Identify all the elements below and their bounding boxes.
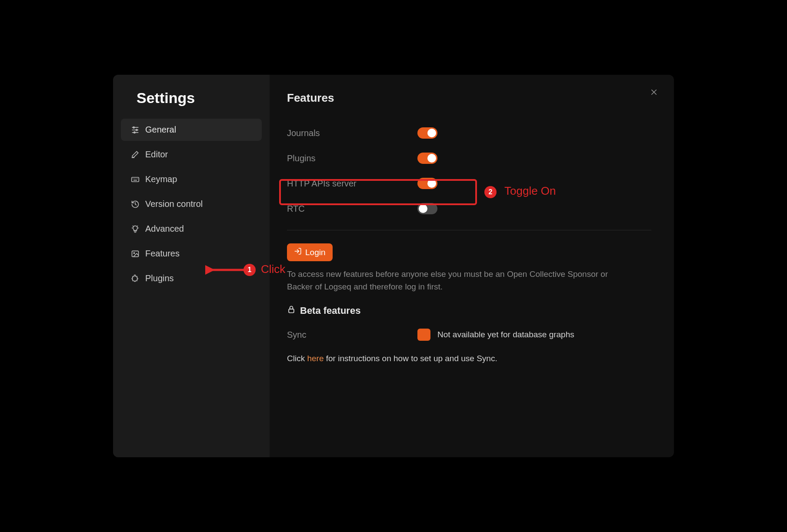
sync-indicator [417,329,430,341]
toggle-journals[interactable] [417,127,437,139]
close-button[interactable] [648,87,660,99]
sync-instr-post: for instructions on how to set up and us… [323,354,497,363]
feature-label: RTC [287,204,417,214]
close-icon [650,88,658,98]
sidebar-item-label: Plugins [145,273,174,283]
beta-features-heading: Beta features [287,305,651,316]
svg-rect-6 [132,177,139,182]
settings-title: Settings [137,90,262,106]
keyboard-icon [130,175,140,184]
beta-heading-label: Beta features [300,305,360,316]
sidebar-item-label: Keymap [145,174,177,184]
annotation-badge-2: 2 [484,186,497,198]
feature-row-plugins: Plugins [287,146,651,171]
sidebar-item-label: Version control [145,199,203,209]
history-icon [130,200,140,209]
sidebar-item-features[interactable]: Features [121,243,262,265]
edit-icon [130,150,140,160]
features-heading: Features [287,91,651,105]
puzzle-icon [130,274,140,283]
image-icon [130,249,140,259]
sidebar-item-label: Editor [145,150,168,160]
feature-row-journals: Journals [287,120,651,146]
sidebar-item-version-control[interactable]: Version control [121,193,262,215]
sliders-icon [130,125,140,135]
sync-instructions-link[interactable]: here [307,354,323,363]
login-description: To access new features before anyone els… [287,268,626,293]
lock-icon [287,305,296,316]
sync-message: Not available yet for database graphs [437,330,574,339]
feature-row-http-apis: HTTP APIs server [287,171,651,196]
sidebar-item-label: Advanced [145,224,184,234]
feature-label: Plugins [287,153,417,163]
feature-label: HTTP APIs server [287,179,417,189]
sync-instr-pre: Click [287,354,307,363]
sidebar-item-general[interactable]: General [121,119,262,141]
lightbulb-icon [130,224,140,234]
sidebar-item-label: General [145,125,176,135]
sync-label: Sync [287,330,417,340]
divider [287,230,651,230]
annotation-label-toggle-on: Toggle On [504,184,556,198]
sync-instructions: Click here for instructions on how to se… [287,354,651,363]
login-button[interactable]: Login [287,243,333,261]
svg-point-8 [133,253,135,254]
sidebar-item-editor[interactable]: Editor [121,143,262,166]
annotation-label-click: Click [261,263,285,276]
toggle-plugins[interactable] [417,153,437,164]
annotation-badge-1: 1 [243,264,256,276]
svg-rect-12 [289,309,294,313]
toggle-http-apis[interactable] [417,178,437,189]
login-icon [294,247,302,257]
settings-window: Settings General Editor Keymap Version c… [113,75,674,457]
login-label: Login [305,248,326,257]
toggle-rtc[interactable] [417,203,437,214]
feature-row-sync: Sync Not available yet for database grap… [287,329,651,341]
feature-label: Journals [287,128,417,138]
sidebar-item-advanced[interactable]: Advanced [121,218,262,240]
settings-main: Features Journals Plugins HTTP APIs serv… [270,75,674,457]
sidebar-item-label: Features [145,249,180,259]
sidebar-item-keymap[interactable]: Keymap [121,168,262,190]
feature-row-rtc: RTC [287,196,651,221]
